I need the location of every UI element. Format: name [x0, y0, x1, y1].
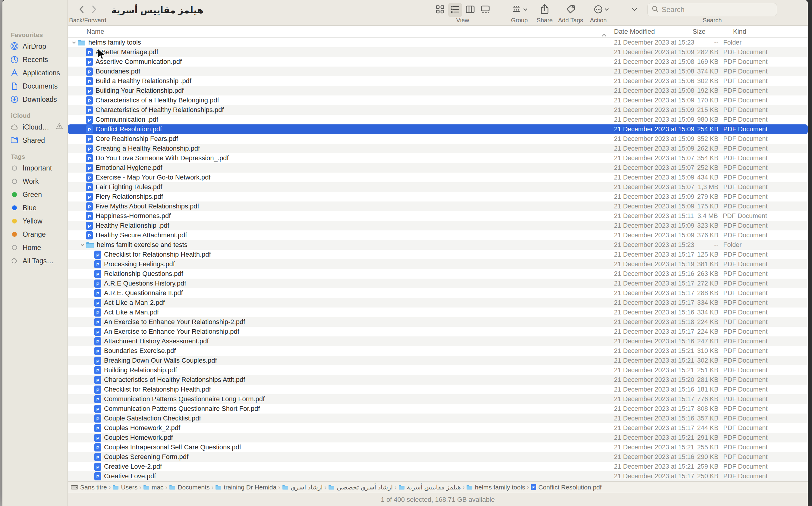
sidebar-item-icloud[interactable]: iCloud…	[2, 120, 68, 134]
icon-view-button[interactable]	[433, 3, 447, 17]
sidebar-item-work[interactable]: Work	[2, 175, 68, 188]
column-header-date-modified[interactable]: Date Modified	[612, 28, 690, 35]
file-row[interactable]: PEmotional Hygiene.pdf21 December 2023 a…	[68, 163, 808, 173]
size-cell: 334 KB	[694, 309, 719, 316]
column-view-button[interactable]	[463, 3, 477, 17]
file-row[interactable]: PCore Realtionship Fears.pdf21 December …	[68, 134, 808, 144]
file-row[interactable]: PChecklist for Relationship Health.pdf21…	[68, 250, 808, 259]
svg-text:P: P	[96, 445, 99, 450]
breadcrumb-item-sans-titre[interactable]: Sans titre	[71, 484, 107, 491]
file-row[interactable]: PCommunnication .pdf21 December 2023 at …	[68, 115, 808, 124]
sidebar-item-orange[interactable]: Orange	[2, 228, 68, 241]
kind-cell: PDF Document	[719, 232, 808, 239]
sidebar-item-green[interactable]: Green	[2, 188, 68, 201]
file-row[interactable]: PHealthy Secure Attachment.pdf21 Decembe…	[68, 230, 808, 240]
sidebar-item-all-tags[interactable]: All Tags…	[2, 254, 68, 267]
file-row[interactable]: PCharacteristics of Healthy Relationship…	[68, 105, 808, 115]
column-header-kind[interactable]: Kind	[714, 28, 808, 35]
search-input[interactable]	[662, 5, 773, 14]
file-row[interactable]: PAct Like a Man.pdf21 December 2023 at 1…	[68, 308, 808, 317]
file-row[interactable]: PBoundaries.pdf21 December 2023 at 15:08…	[68, 67, 808, 76]
breadcrumb-item-documents[interactable]: Documents	[169, 484, 210, 491]
sidebar-item-downloads[interactable]: Downloads	[2, 93, 68, 106]
file-row[interactable]: PCharacteristics of Healthy Relationship…	[68, 375, 808, 385]
sidebar-item-important[interactable]: Important	[2, 161, 68, 175]
group-button[interactable]	[509, 3, 531, 17]
file-row[interactable]: PBuilding Relationship.pdf21 December 20…	[68, 365, 808, 375]
breadcrumb-item-training-dr-hemida[interactable]: training Dr Hemida	[215, 484, 276, 491]
file-row[interactable]: PCreative Love-2.pdf21 December 2023 at …	[68, 462, 808, 471]
file-row[interactable]: PHealthy Relationship .pdf21 December 20…	[68, 221, 808, 230]
sidebar-item-yellow[interactable]: Yellow	[2, 215, 68, 228]
back-button[interactable]	[77, 3, 86, 17]
add-tags-button[interactable]	[564, 3, 577, 17]
file-row[interactable]: PA Better Marriage.pdf21 December 2023 a…	[68, 47, 808, 57]
share-button[interactable]	[538, 3, 551, 17]
file-row[interactable]: PCouples Intrapersonal Self Care Questio…	[68, 442, 808, 452]
file-row[interactable]: PAn Exercise to Enhance Your Relationshi…	[68, 317, 808, 327]
file-row[interactable]: PFair Fighting Rules.pdf21 December 2023…	[68, 182, 808, 192]
breadcrumb-separator: ›	[527, 484, 529, 491]
sidebar-item-home[interactable]: Home	[2, 241, 68, 254]
file-row[interactable]: PCouple Satisfaction Checklist.pdf21 Dec…	[68, 414, 808, 423]
kind-cell: PDF Document	[719, 434, 808, 441]
file-row[interactable]: PFive Myths About Relationships.pdf21 De…	[68, 201, 808, 211]
folder-row[interactable]: helms family tools21 December 2023 at 15…	[68, 37, 808, 47]
column-header-size[interactable]: Size	[690, 28, 714, 35]
file-row[interactable]: PA.R.E. Questionnaire II.pdf21 December …	[68, 288, 808, 298]
file-row[interactable]: PCouples Homework.pdf21 December 2023 at…	[68, 433, 808, 442]
search-label: Search	[691, 17, 733, 24]
breadcrumb-item-users[interactable]: Users	[113, 484, 137, 491]
disclosure-chevron-icon[interactable]	[79, 242, 86, 248]
file-row[interactable]: PBoundaries Exercise.pdf21 December 2023…	[68, 346, 808, 356]
file-row[interactable]: PExercise - Map Your Go-to Network.pdf21…	[68, 173, 808, 182]
breadcrumb-item-mac[interactable]: mac	[143, 484, 164, 491]
file-row[interactable]: PCommunication Patterns Questionnaire Sh…	[68, 404, 808, 414]
sidebar-item-applications[interactable]: Applications	[2, 66, 68, 80]
svg-text:P: P	[88, 185, 91, 190]
sidebar-item-shared[interactable]: Shared	[2, 134, 68, 147]
file-row[interactable]: PChecklist for Relationship Health.pdf21…	[68, 385, 808, 394]
file-row[interactable]: PAn Exercise to Enhance Your Relationshi…	[68, 327, 808, 336]
breadcrumb-item-conflict-resolution-pdf[interactable]: PConflict Resolution.pdf	[531, 484, 602, 491]
file-row[interactable]: PBuilding Your Relationship.pdf21 Decemb…	[68, 86, 808, 95]
sidebar-item-airdrop[interactable]: AirDrop	[2, 40, 68, 53]
file-row[interactable]: PCommunication Patterns Questionnaire Lo…	[68, 394, 808, 404]
gallery-view-button[interactable]	[478, 3, 492, 17]
sidebar-item-label: Shared	[23, 137, 45, 145]
sidebar-item-documents[interactable]: Documents	[2, 80, 68, 93]
folder-row[interactable]: helms familt exercise and tests21 Decemb…	[68, 240, 808, 250]
file-row[interactable]: PHappiness-Hormones.pdf21 December 2023 …	[68, 211, 808, 221]
file-row[interactable]: PA.R.E Questions History.pdf21 December …	[68, 278, 808, 288]
list-view-button[interactable]	[448, 3, 462, 17]
file-row[interactable]: PFiery Relationships.pdf21 December 2023…	[68, 192, 808, 201]
file-name: Communication Patterns Questionnaire Sho…	[104, 405, 260, 413]
breadcrumb-item-helms-family-tools[interactable]: helms family tools	[466, 484, 525, 491]
disclosure-chevron-icon[interactable]	[70, 40, 77, 45]
breadcrumb-item-هيلمز-مقاييس-أسرية[interactable]: هيلمز مقاييس أسرية	[398, 484, 461, 491]
toolbar-overflow-button[interactable]	[629, 3, 640, 17]
file-row[interactable]: PCreative Love.pdf21 December 2023 at 15…	[68, 471, 808, 481]
file-row[interactable]: PCharacteristics of a Healthy Belonging.…	[68, 95, 808, 105]
file-row[interactable]: PCouples Screening Form.pdf21 December 2…	[68, 452, 808, 462]
file-row[interactable]: PBuild a Healthy Relationship .pdf21 Dec…	[68, 76, 808, 86]
column-header-name[interactable]: Name	[68, 28, 612, 35]
breadcrumb-item-ارشاد-اسري[interactable]: ارشاد اسري	[282, 484, 323, 491]
file-name: Couples Homework.pdf	[104, 434, 173, 441]
search-field[interactable]	[648, 3, 777, 16]
file-row[interactable]: PCreating a Healthy Relationship.pdf21 D…	[68, 144, 808, 153]
file-row[interactable]: PCouples Homework_2.pdf21 December 2023 …	[68, 423, 808, 433]
file-row[interactable]: PDo You Love Someone With Depression_.pd…	[68, 153, 808, 163]
breadcrumb-item-ارشاد-أسري-تخصصي[interactable]: ارشاد أسري تخصصي	[328, 484, 393, 491]
file-row[interactable]: PProcessing Feelings.pdf21 December 2023…	[68, 259, 808, 269]
file-row[interactable]: PAttachment History Assessment.pdf21 Dec…	[68, 336, 808, 346]
sidebar-item-recents[interactable]: Recents	[2, 53, 68, 66]
file-row[interactable]: PAssertive Communication.pdf21 December …	[68, 57, 808, 67]
file-row[interactable]: PRelationship Questions.pdf21 December 2…	[68, 269, 808, 278]
action-button[interactable]	[590, 3, 613, 17]
sidebar-item-blue[interactable]: Blue	[2, 201, 68, 215]
file-row[interactable]: PAct Like a Man-2.pdf21 December 2023 at…	[68, 298, 808, 308]
file-row[interactable]: PConflict Resolution.pdf21 December 2023…	[68, 124, 808, 134]
forward-button[interactable]	[89, 3, 98, 17]
file-row[interactable]: PBreaking Down Our Walls Couples.pdf21 D…	[68, 356, 808, 365]
